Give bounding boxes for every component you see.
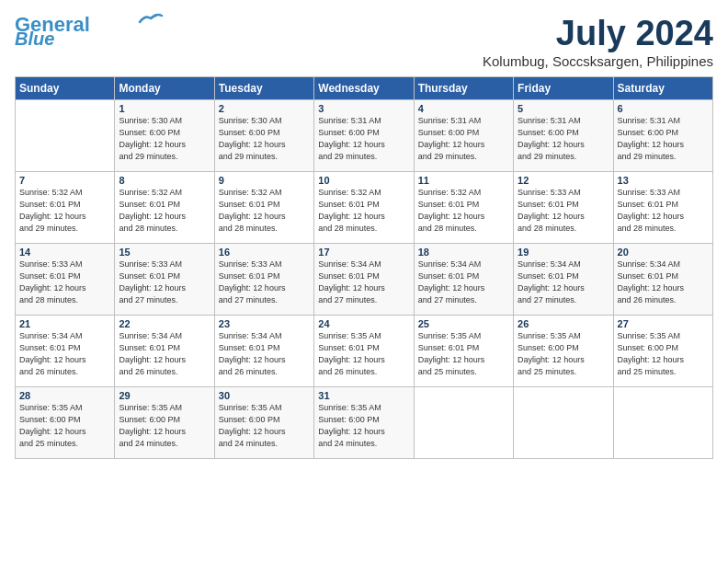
day-number: 30	[219, 390, 310, 401]
day-info: Sunrise: 5:34 AMSunset: 6:01 PMDaylight:…	[418, 259, 509, 306]
calendar-cell: 19Sunrise: 5:34 AMSunset: 6:01 PMDayligh…	[514, 243, 613, 315]
day-info: Sunrise: 5:31 AMSunset: 6:00 PMDaylight:…	[518, 115, 609, 163]
day-number: 9	[219, 175, 310, 186]
day-number: 16	[219, 247, 310, 258]
calendar-week-row: 28Sunrise: 5:35 AMSunset: 6:00 PMDayligh…	[16, 386, 713, 458]
calendar-cell: 17Sunrise: 5:34 AMSunset: 6:01 PMDayligh…	[314, 243, 414, 315]
calendar-week-row: 7Sunrise: 5:32 AMSunset: 6:01 PMDaylight…	[16, 171, 713, 243]
calendar-week-row: 21Sunrise: 5:34 AMSunset: 6:01 PMDayligh…	[16, 315, 713, 386]
day-info: Sunrise: 5:33 AMSunset: 6:01 PMDaylight:…	[19, 259, 110, 306]
weekday-header: Tuesday	[214, 76, 313, 99]
day-number: 22	[119, 318, 210, 329]
title-area: July 2024 Kolumbug, Soccsksargen, Philip…	[483, 15, 713, 69]
day-number: 19	[518, 247, 609, 258]
day-info: Sunrise: 5:30 AMSunset: 6:00 PMDaylight:…	[219, 115, 310, 163]
location: Kolumbug, Soccsksargen, Philippines	[483, 53, 713, 69]
calendar-cell: 20Sunrise: 5:34 AMSunset: 6:01 PMDayligh…	[613, 243, 712, 315]
weekday-header-row: SundayMondayTuesdayWednesdayThursdayFrid…	[16, 76, 713, 99]
day-number: 10	[318, 175, 409, 186]
calendar-cell: 28Sunrise: 5:35 AMSunset: 6:00 PMDayligh…	[16, 386, 115, 458]
day-info: Sunrise: 5:34 AMSunset: 6:01 PMDaylight:…	[318, 259, 409, 306]
calendar-cell: 6Sunrise: 5:31 AMSunset: 6:00 PMDaylight…	[613, 99, 712, 171]
calendar-cell: 25Sunrise: 5:35 AMSunset: 6:01 PMDayligh…	[414, 315, 513, 386]
weekday-header: Sunday	[16, 76, 115, 99]
day-info: Sunrise: 5:33 AMSunset: 6:01 PMDaylight:…	[518, 187, 609, 235]
day-number: 6	[618, 103, 709, 114]
calendar-cell: 11Sunrise: 5:32 AMSunset: 6:01 PMDayligh…	[414, 171, 513, 243]
day-info: Sunrise: 5:35 AMSunset: 6:00 PMDaylight:…	[618, 330, 709, 378]
calendar-cell: 1Sunrise: 5:30 AMSunset: 6:00 PMDaylight…	[115, 99, 214, 171]
day-number: 29	[119, 390, 210, 401]
day-info: Sunrise: 5:33 AMSunset: 6:01 PMDaylight:…	[618, 187, 709, 235]
calendar-cell	[16, 99, 115, 171]
calendar-cell: 24Sunrise: 5:35 AMSunset: 6:01 PMDayligh…	[314, 315, 414, 386]
calendar-week-row: 1Sunrise: 5:30 AMSunset: 6:00 PMDaylight…	[16, 99, 713, 171]
day-info: Sunrise: 5:34 AMSunset: 6:01 PMDaylight:…	[618, 259, 709, 306]
calendar-cell: 30Sunrise: 5:35 AMSunset: 6:00 PMDayligh…	[214, 386, 313, 458]
calendar-cell: 5Sunrise: 5:31 AMSunset: 6:00 PMDaylight…	[514, 99, 613, 171]
calendar-cell: 13Sunrise: 5:33 AMSunset: 6:01 PMDayligh…	[613, 171, 712, 243]
day-info: Sunrise: 5:35 AMSunset: 6:00 PMDaylight:…	[518, 330, 609, 378]
day-number: 21	[19, 318, 110, 329]
month-title: July 2024	[483, 15, 713, 53]
day-number: 18	[418, 247, 509, 258]
calendar-cell: 16Sunrise: 5:33 AMSunset: 6:01 PMDayligh…	[214, 243, 313, 315]
day-info: Sunrise: 5:32 AMSunset: 6:01 PMDaylight:…	[318, 187, 409, 235]
day-info: Sunrise: 5:32 AMSunset: 6:01 PMDaylight:…	[219, 187, 310, 235]
day-number: 15	[119, 247, 210, 258]
calendar-cell: 22Sunrise: 5:34 AMSunset: 6:01 PMDayligh…	[115, 315, 214, 386]
day-info: Sunrise: 5:34 AMSunset: 6:01 PMDaylight:…	[518, 259, 609, 306]
weekday-header: Monday	[115, 76, 214, 99]
day-info: Sunrise: 5:35 AMSunset: 6:00 PMDaylight:…	[219, 402, 310, 450]
weekday-header: Saturday	[613, 76, 712, 99]
calendar-cell	[414, 386, 513, 458]
calendar-table: SundayMondayTuesdayWednesdayThursdayFrid…	[15, 76, 713, 459]
calendar-cell: 12Sunrise: 5:33 AMSunset: 6:01 PMDayligh…	[514, 171, 613, 243]
day-number: 28	[19, 390, 110, 401]
calendar-cell: 7Sunrise: 5:32 AMSunset: 6:01 PMDaylight…	[16, 171, 115, 243]
calendar-week-row: 14Sunrise: 5:33 AMSunset: 6:01 PMDayligh…	[16, 243, 713, 315]
day-number: 17	[318, 247, 409, 258]
calendar-cell: 31Sunrise: 5:35 AMSunset: 6:00 PMDayligh…	[314, 386, 414, 458]
day-info: Sunrise: 5:31 AMSunset: 6:00 PMDaylight:…	[318, 115, 409, 163]
calendar-cell: 15Sunrise: 5:33 AMSunset: 6:01 PMDayligh…	[115, 243, 214, 315]
day-number: 24	[318, 318, 409, 329]
weekday-header: Friday	[514, 76, 613, 99]
day-info: Sunrise: 5:35 AMSunset: 6:01 PMDaylight:…	[318, 330, 409, 378]
day-info: Sunrise: 5:34 AMSunset: 6:01 PMDaylight:…	[119, 330, 210, 378]
day-number: 31	[318, 390, 409, 401]
day-number: 8	[119, 175, 210, 186]
day-number: 23	[219, 318, 310, 329]
day-number: 27	[618, 318, 709, 329]
calendar-cell: 4Sunrise: 5:31 AMSunset: 6:00 PMDaylight…	[414, 99, 513, 171]
calendar-cell: 10Sunrise: 5:32 AMSunset: 6:01 PMDayligh…	[314, 171, 414, 243]
day-number: 11	[418, 175, 509, 186]
day-number: 3	[318, 103, 409, 114]
calendar-cell: 27Sunrise: 5:35 AMSunset: 6:00 PMDayligh…	[613, 315, 712, 386]
day-number: 7	[19, 175, 110, 186]
calendar-cell: 21Sunrise: 5:34 AMSunset: 6:01 PMDayligh…	[16, 315, 115, 386]
day-info: Sunrise: 5:32 AMSunset: 6:01 PMDaylight:…	[19, 187, 110, 235]
day-number: 1	[119, 103, 210, 114]
weekday-header: Wednesday	[314, 76, 414, 99]
calendar-cell: 18Sunrise: 5:34 AMSunset: 6:01 PMDayligh…	[414, 243, 513, 315]
day-info: Sunrise: 5:31 AMSunset: 6:00 PMDaylight:…	[618, 115, 709, 163]
page-header: General Blue July 2024 Kolumbug, Soccsks…	[15, 15, 713, 69]
day-number: 12	[518, 175, 609, 186]
weekday-header: Thursday	[414, 76, 513, 99]
day-info: Sunrise: 5:35 AMSunset: 6:00 PMDaylight:…	[19, 402, 110, 450]
day-info: Sunrise: 5:32 AMSunset: 6:01 PMDaylight:…	[418, 187, 509, 235]
calendar-cell: 23Sunrise: 5:34 AMSunset: 6:01 PMDayligh…	[214, 315, 313, 386]
calendar-cell	[613, 386, 712, 458]
day-info: Sunrise: 5:35 AMSunset: 6:01 PMDaylight:…	[418, 330, 509, 378]
day-number: 20	[618, 247, 709, 258]
day-info: Sunrise: 5:35 AMSunset: 6:00 PMDaylight:…	[119, 402, 210, 450]
day-number: 14	[19, 247, 110, 258]
day-info: Sunrise: 5:34 AMSunset: 6:01 PMDaylight:…	[219, 330, 310, 378]
day-info: Sunrise: 5:33 AMSunset: 6:01 PMDaylight:…	[219, 259, 310, 306]
calendar-cell: 14Sunrise: 5:33 AMSunset: 6:01 PMDayligh…	[16, 243, 115, 315]
logo-text-blue: Blue	[15, 29, 54, 48]
calendar-cell	[514, 386, 613, 458]
day-info: Sunrise: 5:35 AMSunset: 6:00 PMDaylight:…	[318, 402, 409, 450]
calendar-cell: 3Sunrise: 5:31 AMSunset: 6:00 PMDaylight…	[314, 99, 414, 171]
